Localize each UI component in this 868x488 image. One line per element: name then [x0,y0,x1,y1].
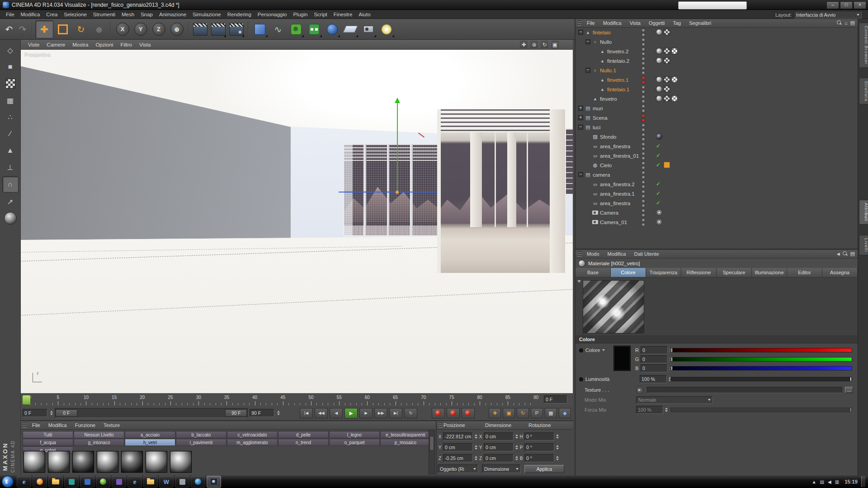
lock-y-axis-icon[interactable]: Y [134,23,147,36]
pla-icon[interactable]: ◆ [559,408,571,418]
object-label[interactable]: fintelaio.1 [607,87,629,92]
visibility-dots[interactable] [642,114,645,123]
stepper[interactable] [515,434,518,439]
texture-tag-icon[interactable] [664,57,670,64]
folder-icon[interactable] [48,476,63,488]
layer-button-d-pelle[interactable]: d_pelle [278,431,329,438]
keyframe-selection-icon[interactable]: ▦ [545,408,557,418]
visibility-dots[interactable] [642,190,645,199]
rot-h-field[interactable]: 0 ° [524,432,554,441]
g-field[interactable]: 0 [641,355,668,363]
object-label[interactable]: area_finestra.1 [600,191,635,197]
stepper[interactable] [556,456,559,460]
normal-move-icon[interactable]: ↗ [3,194,18,209]
tree-row[interactable]: fintelaio [576,28,858,37]
workplane-mode-icon[interactable]: ▦ [3,93,18,108]
viewport-menu-item[interactable]: Viste [24,42,43,47]
lock-x-axis-icon[interactable]: X [116,23,129,36]
tab-content-browser[interactable]: Content Browser [859,23,868,68]
material-menu-item[interactable]: Modifica [45,422,71,428]
tab-riflessione[interactable]: Riflessione [681,268,717,277]
visibility-dots[interactable] [642,218,645,227]
expander-icon[interactable] [578,115,583,120]
mograph-icon[interactable] [306,21,323,38]
object-menu-item[interactable]: File [583,20,599,26]
visibility-dots[interactable] [642,38,645,47]
timeline-ruler[interactable]: 051015202530354045505560657075808590 0 F [21,393,573,407]
material-menu-item[interactable]: File [28,422,44,428]
clock[interactable]: 15:19 [844,479,858,484]
menu-item[interactable]: Script [311,12,330,17]
object-menu-item[interactable]: Modifica [599,20,625,26]
pos-x-field[interactable]: -222.912 cm [443,432,473,441]
tree-row[interactable]: fintelaio.2 [576,56,858,66]
texture-tag-icon[interactable] [671,48,678,54]
visibility-dots[interactable] [642,76,645,85]
viewport-menu-item[interactable]: Vista [136,42,154,47]
material-thumbnail[interactable] [97,451,118,473]
record-selection-button[interactable] [462,408,475,418]
texture-tag-icon[interactable] [664,95,670,102]
visibility-dots[interactable] [642,66,645,75]
search-icon[interactable] [843,251,848,256]
make-editable-icon[interactable]: ◇ [3,42,18,58]
play-button[interactable]: ▶ [344,408,358,418]
tree-row[interactable]: Nullo [576,37,858,47]
current-frame-spinner[interactable]: 0 F [23,409,47,417]
layer-button-e-tessutitrasparenti[interactable]: e_tessutitrasparenti [380,431,431,438]
object-label[interactable]: area_finestra [600,201,630,206]
object-label[interactable]: Sfondo [600,134,616,140]
model-mode-icon[interactable]: ■ [3,59,18,75]
tree-row[interactable]: Scena [576,113,858,122]
goto-end-button[interactable]: ▶| [389,408,402,418]
object-label[interactable]: muri [593,106,603,111]
light-object-icon[interactable] [378,21,395,38]
r-slider[interactable] [670,348,852,352]
material-thumbnail[interactable] [24,451,45,473]
tree-row[interactable]: finvetro [576,94,858,103]
texture-path-field[interactable] [647,387,842,393]
expander-icon[interactable] [585,68,590,73]
tree-row[interactable]: camera [576,170,858,179]
object-label[interactable]: area_finestra.2 [600,182,635,187]
close-button[interactable]: × [854,1,866,9]
layer-button-tutti[interactable]: Tutti [23,431,73,438]
frame-stepper[interactable] [50,411,53,415]
pan-view-icon[interactable]: ✚ [520,41,528,48]
expander-icon[interactable] [578,125,583,130]
rot-b-field[interactable]: 0 ° [524,454,554,462]
key-position-icon[interactable]: ✚ [489,408,501,418]
show-hidden-icons[interactable]: ▲ [812,479,816,484]
pos-y-field[interactable]: 0 cm [443,443,473,451]
add-cube-primitive-icon[interactable] [251,21,269,38]
menu-item[interactable]: File [3,12,18,17]
luminosity-field[interactable]: 100 % [640,375,667,383]
object-label[interactable]: Scena [593,115,608,121]
object-label[interactable]: finvetro.1 [607,77,628,83]
menu-item[interactable]: Crea [43,12,61,17]
texture-tag-icon[interactable] [671,76,678,83]
g-slider[interactable] [670,357,852,361]
visibility-dots[interactable] [642,171,645,180]
menu-item[interactable]: Modifica [18,12,43,17]
browser-e-icon[interactable]: e [17,476,31,488]
scene-window[interactable] [343,143,438,236]
render-view-icon[interactable] [192,21,209,38]
home-icon[interactable]: ⌂ [844,20,848,26]
next-key-button[interactable]: ▶▶ [374,408,387,418]
tree-row[interactable]: area_finestra [576,141,858,151]
tree-row[interactable]: Cielo [576,160,858,170]
object-mode-dropdown[interactable]: Oggetto (Ri [438,465,478,473]
menu-item[interactable]: Selezione [61,12,90,17]
layout-dropdown[interactable]: Interfaccia di Avvio [794,11,862,19]
tab-colore[interactable]: Colore [611,268,646,277]
stepper[interactable] [515,445,518,450]
object-label[interactable]: Nullo.1 [600,68,616,73]
search-icon[interactable] [837,20,842,25]
perspective-viewport[interactable]: Prospettiva z [21,50,573,393]
layer-button-f-acqua[interactable]: f_acqua [23,439,73,446]
pos-z-field[interactable]: -0.25 cm [443,454,473,462]
key-rotation-icon[interactable]: ↻ [517,408,529,418]
coordinate-system-icon[interactable]: ⊕ [170,23,184,36]
panel-grip-icon[interactable] [23,422,27,428]
